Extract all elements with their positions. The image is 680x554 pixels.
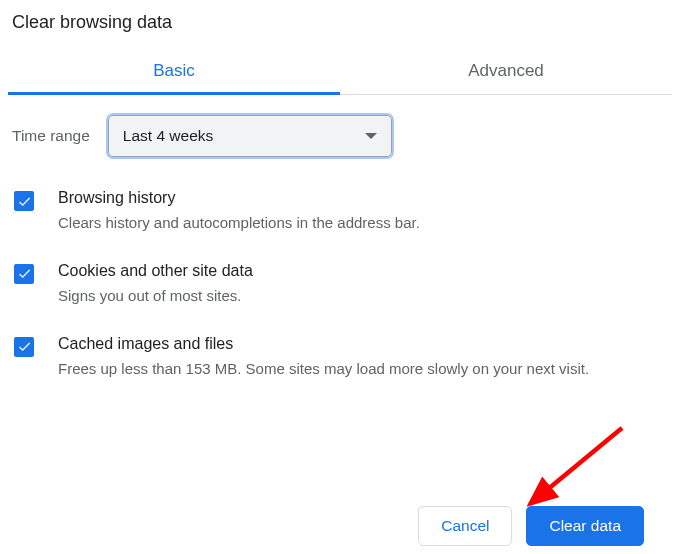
check-icon <box>17 266 32 281</box>
check-icon <box>17 339 32 354</box>
option-desc: Signs you out of most sites. <box>58 285 253 307</box>
cancel-button[interactable]: Cancel <box>418 506 512 546</box>
time-range-select[interactable]: Last 4 weeks <box>108 115 392 157</box>
option-desc: Frees up less than 153 MB. Some sites ma… <box>58 358 589 380</box>
tab-basic-label: Basic <box>153 61 195 80</box>
chevron-down-icon <box>365 133 377 139</box>
option-title: Cookies and other site data <box>58 262 253 280</box>
dialog-title: Clear browsing data <box>8 4 672 49</box>
option-browsing-history: Browsing history Clears history and auto… <box>8 175 672 248</box>
option-text: Browsing history Clears history and auto… <box>58 189 420 234</box>
time-range-row: Time range Last 4 weeks <box>8 95 672 175</box>
checkbox-browsing-history[interactable] <box>14 191 34 211</box>
time-range-label: Time range <box>12 127 90 145</box>
tab-advanced[interactable]: Advanced <box>340 49 672 94</box>
option-title: Cached images and files <box>58 335 589 353</box>
clear-browsing-data-dialog: Clear browsing data Basic Advanced Time … <box>0 0 680 401</box>
option-cookies: Cookies and other site data Signs you ou… <box>8 248 672 321</box>
svg-line-0 <box>530 428 622 504</box>
time-range-value: Last 4 weeks <box>123 127 213 145</box>
option-title: Browsing history <box>58 189 420 207</box>
tab-basic[interactable]: Basic <box>8 49 340 94</box>
option-text: Cached images and files Frees up less th… <box>58 335 589 380</box>
check-icon <box>17 194 32 209</box>
tab-advanced-label: Advanced <box>468 61 544 80</box>
checkbox-cached[interactable] <box>14 337 34 357</box>
tabs-bar: Basic Advanced <box>8 49 672 95</box>
clear-data-button-label: Clear data <box>549 517 621 535</box>
option-desc: Clears history and autocompletions in th… <box>58 212 420 234</box>
cancel-button-label: Cancel <box>441 517 489 535</box>
clear-data-button[interactable]: Clear data <box>526 506 644 546</box>
option-text: Cookies and other site data Signs you ou… <box>58 262 253 307</box>
checkbox-cookies[interactable] <box>14 264 34 284</box>
option-cached: Cached images and files Frees up less th… <box>8 321 672 394</box>
dialog-footer: Cancel Clear data <box>418 506 644 546</box>
